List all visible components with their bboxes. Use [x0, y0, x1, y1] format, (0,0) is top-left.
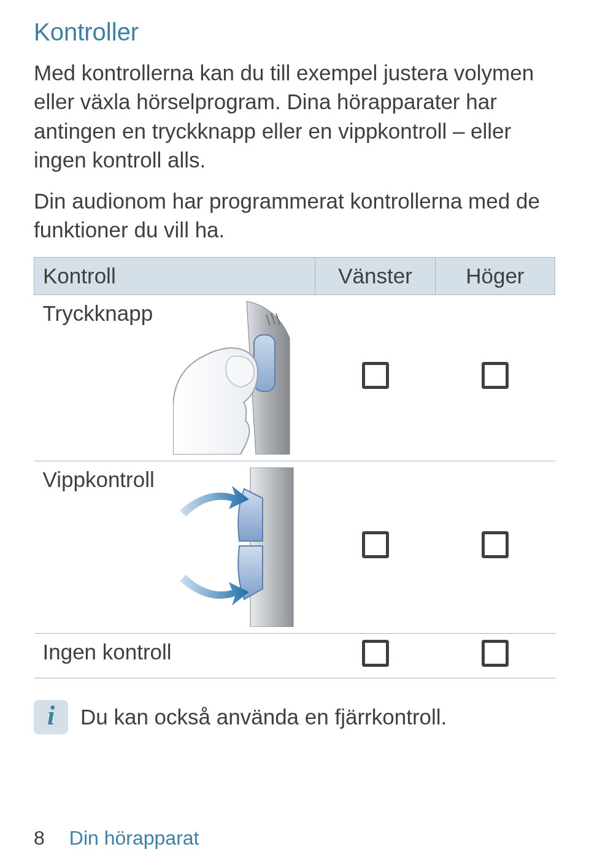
row-label-none: Ingen kontroll — [43, 640, 172, 664]
table-row: Vippkontroll — [34, 461, 555, 633]
info-icon: i — [34, 700, 68, 734]
table-row: Ingen kontroll — [34, 633, 555, 678]
th-left: Vänster — [315, 257, 435, 294]
checkbox-push-right[interactable] — [482, 362, 509, 389]
checkbox-rocker-left[interactable] — [362, 531, 389, 558]
info-note: i Du kan också använda en fjärrkontroll. — [34, 700, 555, 734]
checkbox-none-right[interactable] — [482, 640, 509, 667]
intro-paragraph-1: Med kontrollerna kan du till exempel jus… — [34, 58, 555, 174]
checkbox-push-left[interactable] — [362, 362, 389, 389]
svg-rect-3 — [254, 335, 275, 391]
checkbox-rocker-right[interactable] — [482, 531, 509, 558]
page-number: 8 — [34, 827, 45, 850]
push-button-illustration — [161, 301, 307, 455]
row-label-push: Tryckknapp — [43, 301, 153, 326]
intro-paragraph-2: Din audionom har programmerat kontroller… — [34, 186, 555, 245]
rocker-illustration — [163, 467, 307, 627]
info-text: Du kan också använda en fjärrkontroll. — [80, 705, 447, 729]
page-footer: 8 Din hörapparat — [34, 827, 199, 850]
row-label-rocker: Vippkontroll — [43, 467, 155, 492]
th-right: Höger — [435, 257, 555, 294]
section-title: Kontroller — [34, 18, 555, 46]
th-control: Kontroll — [34, 257, 315, 294]
table-row: Tryckknapp — [34, 294, 555, 461]
footer-section: Din hörapparat — [69, 827, 199, 850]
controls-table: Kontroll Vänster Höger Tryckknapp — [34, 257, 555, 678]
checkbox-none-left[interactable] — [362, 640, 389, 667]
